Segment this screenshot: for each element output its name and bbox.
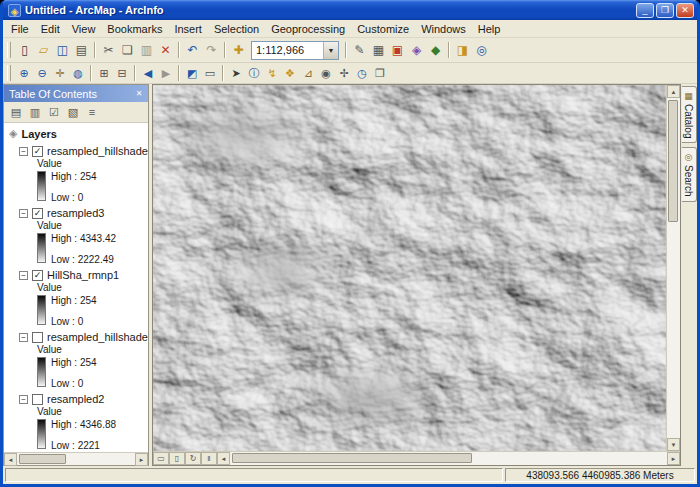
chevron-down-icon[interactable]: ▼ <box>323 42 338 59</box>
go-to-xy-icon[interactable]: ✢ <box>335 65 353 82</box>
layer-visibility-checkbox[interactable]: ✓ <box>32 270 43 281</box>
find-icon[interactable]: ◉ <box>317 65 335 82</box>
select-elements-icon[interactable]: ➤ <box>227 65 245 82</box>
data-view-button[interactable]: ▭ <box>153 452 169 465</box>
fixed-zoom-in-icon[interactable]: ⊞ <box>95 65 113 82</box>
hyperlink-icon[interactable]: ↯ <box>263 65 281 82</box>
scroll-left-icon[interactable]: ◄ <box>217 452 230 465</box>
clear-selection-icon[interactable]: ▭ <box>201 65 219 82</box>
layer-name[interactable]: resampled3 <box>47 207 104 219</box>
list-by-source-icon[interactable]: ▥ <box>26 104 44 121</box>
zoom-in-icon[interactable]: ⊕ <box>15 65 33 82</box>
scroll-down-icon[interactable]: ▼ <box>667 438 680 451</box>
layer-visibility-checkbox[interactable]: ✓ <box>32 146 43 157</box>
scale-value[interactable]: 1:112,966 <box>252 44 323 56</box>
new-document-icon[interactable]: ▯ <box>15 41 34 59</box>
maximize-button[interactable]: ❐ <box>656 3 674 18</box>
pan-icon[interactable]: ✛ <box>51 65 69 82</box>
scroll-left-icon[interactable]: ◄ <box>4 453 17 466</box>
layer-name[interactable]: resampled_hillshade3 <box>47 145 148 157</box>
scroll-thumb[interactable] <box>19 454 66 464</box>
table-icon[interactable]: ▦ <box>369 41 388 59</box>
cut-icon[interactable]: ✂ <box>99 41 118 59</box>
list-by-selection-icon[interactable]: ▧ <box>64 104 82 121</box>
collapse-icon[interactable]: − <box>19 395 28 404</box>
toolbar-grip[interactable] <box>7 65 11 81</box>
map-vertical-scrollbar[interactable]: ▲ ▼ <box>666 85 680 451</box>
menu-view[interactable]: View <box>66 21 102 37</box>
delete-icon[interactable]: ✕ <box>156 41 175 59</box>
menu-geoprocessing[interactable]: Geoprocessing <box>265 21 351 37</box>
scroll-thumb[interactable] <box>232 453 472 463</box>
search-window-icon[interactable]: ◎ <box>472 41 491 59</box>
menu-file[interactable]: File <box>5 21 35 37</box>
python-icon[interactable]: ◆ <box>426 41 445 59</box>
scale-combo[interactable]: 1:112,966 ▼ <box>251 41 339 60</box>
layer-visibility-checkbox[interactable]: ✓ <box>32 208 43 219</box>
fixed-zoom-out-icon[interactable]: ⊟ <box>113 65 131 82</box>
layers-root-label[interactable]: Layers <box>21 128 56 140</box>
viewer-window-icon[interactable]: ❐ <box>371 65 389 82</box>
print-icon[interactable]: ▤ <box>72 41 91 59</box>
map-canvas[interactable] <box>153 85 666 451</box>
toolbar-grip[interactable] <box>7 42 11 58</box>
pause-drawing-button[interactable]: ‖ <box>201 452 217 465</box>
layer-name[interactable]: resampled_hillshade2 <box>47 331 148 343</box>
time-slider-icon[interactable]: ◷ <box>353 65 371 82</box>
layer-visibility-checkbox[interactable] <box>32 394 43 405</box>
catalog-window-icon[interactable]: ◨ <box>453 41 472 59</box>
scroll-track[interactable] <box>17 453 135 465</box>
layer-visibility-checkbox[interactable] <box>32 332 43 343</box>
redo-icon[interactable]: ↷ <box>202 41 221 59</box>
scroll-up-icon[interactable]: ▲ <box>667 85 680 98</box>
toc-header[interactable]: Table Of Contents ✕ <box>4 85 148 102</box>
scroll-right-icon[interactable]: ► <box>667 452 680 465</box>
scroll-thumb[interactable] <box>668 100 678 222</box>
arctoolbox-icon[interactable]: ▣ <box>388 41 407 59</box>
full-extent-icon[interactable]: ◍ <box>69 65 87 82</box>
scroll-track[interactable] <box>230 452 667 465</box>
editor-icon[interactable]: ✎ <box>350 41 369 59</box>
title-bar[interactable]: ◈ Untitled - ArcMap - ArcInfo _ ❐ ✕ <box>3 0 697 20</box>
measure-icon[interactable]: ⊿ <box>299 65 317 82</box>
back-extent-icon[interactable]: ◀ <box>139 65 157 82</box>
collapse-icon[interactable]: − <box>19 147 28 156</box>
paste-icon[interactable]: ▥ <box>137 41 156 59</box>
menu-help[interactable]: Help <box>472 21 507 37</box>
toc-close-icon[interactable]: ✕ <box>132 87 146 100</box>
collapse-icon[interactable]: − <box>19 333 28 342</box>
list-by-visibility-icon[interactable]: ☑ <box>45 104 63 121</box>
list-by-drawing-order-icon[interactable]: ▤ <box>7 104 25 121</box>
toc-horizontal-scrollbar[interactable]: ◄ ► <box>4 452 148 465</box>
menu-insert[interactable]: Insert <box>168 21 208 37</box>
model-builder-icon[interactable]: ◈ <box>407 41 426 59</box>
menu-windows[interactable]: Windows <box>415 21 472 37</box>
identify-icon[interactable]: ⓘ <box>245 65 263 82</box>
menu-edit[interactable]: Edit <box>35 21 66 37</box>
scroll-right-icon[interactable]: ► <box>135 453 148 466</box>
open-folder-icon[interactable]: ▱ <box>34 41 53 59</box>
collapse-icon[interactable]: − <box>19 209 28 218</box>
forward-extent-icon[interactable]: ▶ <box>157 65 175 82</box>
layer-name[interactable]: resampled2 <box>47 393 104 405</box>
collapse-icon[interactable]: − <box>19 271 28 280</box>
select-features-icon[interactable]: ◩ <box>183 65 201 82</box>
toc-options-icon[interactable]: ≡ <box>83 104 101 121</box>
minimize-button[interactable]: _ <box>636 3 654 18</box>
copy-icon[interactable]: ❏ <box>118 41 137 59</box>
zoom-out-icon[interactable]: ⊖ <box>33 65 51 82</box>
save-icon[interactable]: ◫ <box>53 41 72 59</box>
layer-name[interactable]: HillSha_rmnp1 <box>47 269 119 281</box>
tab-catalog[interactable]: ▦ Catalog <box>682 86 697 143</box>
layout-view-button[interactable]: ▯ <box>169 452 185 465</box>
add-data-icon[interactable]: ✚ <box>229 41 248 59</box>
refresh-view-button[interactable]: ↻ <box>185 452 201 465</box>
undo-icon[interactable]: ↶ <box>183 41 202 59</box>
close-button[interactable]: ✕ <box>676 3 694 18</box>
layers-root-item[interactable]: ◈ Layers <box>9 126 148 141</box>
tab-search[interactable]: ◎ Search <box>682 147 697 202</box>
menu-bookmarks[interactable]: Bookmarks <box>101 21 168 37</box>
menu-selection[interactable]: Selection <box>208 21 265 37</box>
menu-customize[interactable]: Customize <box>351 21 415 37</box>
html-popup-icon[interactable]: ❖ <box>281 65 299 82</box>
